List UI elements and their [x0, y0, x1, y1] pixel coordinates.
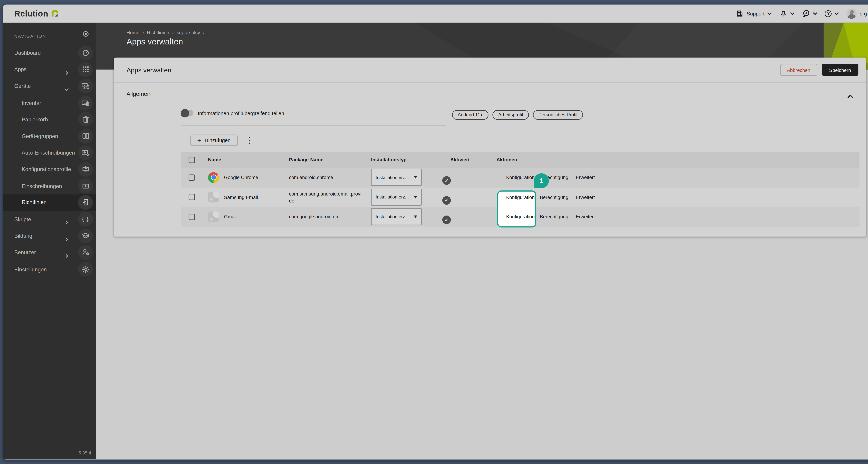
package-name: com.google.android.gm — [289, 213, 362, 220]
install-type-select[interactable]: Installation erz... — [371, 189, 422, 206]
column-aktionen: Aktionen — [496, 157, 860, 162]
chip-android11: Android 11+ — [452, 110, 489, 120]
install-type-select[interactable]: Installation erz... — [371, 169, 422, 186]
user-menu[interactable]: srg rltn — [847, 8, 868, 19]
relution-logo-icon — [51, 9, 59, 18]
more-options-kebab-icon[interactable] — [248, 135, 252, 145]
breadcrumb-policy[interactable]: srg.ae.plcy — [177, 30, 200, 35]
platform-chips: Android 11+ Arbeitsprofil Persönliches P… — [452, 110, 583, 120]
user-name: srg rltn — [860, 10, 868, 16]
bell-icon — [779, 9, 787, 18]
support-menu[interactable]: Support — [736, 9, 772, 18]
sidebar: NAVIGATION Dashboard Apps — [3, 23, 96, 459]
card-header: Apps verwalten Abbrechen Speichern — [114, 58, 866, 83]
device-groups-icon — [78, 128, 93, 143]
section-header: Allgemein — [127, 91, 854, 97]
sidebar-item-papierkorb[interactable]: Papierkorb — [3, 111, 96, 128]
collapse-chevron-up-icon[interactable] — [847, 91, 854, 97]
record-icon[interactable] — [78, 26, 93, 41]
chevron-right-icon — [64, 234, 69, 238]
sidebar-item-geraete[interactable]: Geräte — [3, 78, 96, 94]
chevron-right-icon — [64, 67, 69, 72]
card-actions: Abbrechen Speichern — [780, 64, 858, 76]
add-app-label: Hinzufügen — [205, 137, 231, 143]
main-content: Home › Richtlinien › srg.ae.plcy › Apps … — [96, 23, 868, 459]
user-settings-icon — [78, 245, 93, 260]
package-name: com.android.chrome — [289, 174, 362, 181]
chevron-down-icon — [813, 11, 817, 16]
samsung-email-app-icon — [208, 192, 219, 203]
app-version: 5.35.4 — [79, 451, 91, 456]
row-checkbox[interactable] — [189, 194, 195, 200]
annotation-badge: 1 — [534, 173, 549, 188]
caret-down-icon — [414, 196, 417, 198]
compass-bubble-icon — [802, 9, 810, 18]
sidebar-item-skripte[interactable]: Skripte — [3, 211, 96, 227]
caret-down-icon — [414, 176, 417, 179]
install-type-select[interactable]: Installation erz... — [371, 208, 422, 225]
erweitert-link[interactable]: Erweitert — [576, 194, 595, 200]
sidebar-item-auto-einschreibungen[interactable]: Auto-Einschreibungen — [3, 144, 96, 161]
row-checkbox[interactable] — [189, 174, 195, 181]
auto-enrollment-icon — [78, 145, 93, 160]
devices-star-icon — [78, 79, 93, 93]
app-name: Google Chrome — [224, 175, 258, 180]
column-installationstyp: Installationstyp — [371, 157, 450, 162]
topbar-actions: Support — [736, 8, 868, 19]
konfiguration-link[interactable]: Konfiguration — [506, 194, 534, 200]
sidebar-item-geraetegruppen[interactable]: Gerätegruppen — [3, 128, 96, 144]
sidebar-item-apps[interactable]: Apps — [3, 61, 96, 78]
konfiguration-link[interactable]: Konfiguration — [506, 214, 534, 220]
sidebar-item-einschreibungen[interactable]: Einschreibungen — [3, 178, 96, 194]
policies-icon — [78, 195, 93, 210]
share-info-toggle[interactable] — [181, 110, 193, 116]
sidebar-item-konfigurationsprofile[interactable]: Konfigurationsprofile — [3, 161, 96, 178]
news-menu[interactable] — [802, 9, 818, 18]
dashboard-icon — [78, 45, 93, 60]
konfiguration-link[interactable]: Konfiguration — [506, 175, 534, 180]
education-icon — [78, 228, 93, 243]
berechtigung-link[interactable]: Berechtigung — [540, 194, 568, 200]
support-label: Support — [747, 10, 765, 16]
relution-logo[interactable]: Relution — [14, 9, 59, 18]
notifications-menu[interactable] — [779, 9, 795, 18]
topbar: Relution — [3, 4, 868, 23]
organization-icon — [736, 9, 744, 18]
breadcrumb-home[interactable]: Home — [127, 30, 140, 35]
chip-arbeitsprofil: Arbeitsprofil — [493, 110, 529, 120]
share-info-row: Informationen profilübergreifend teilen … — [114, 110, 866, 120]
sidebar-item-dashboard[interactable]: Dashboard — [3, 44, 96, 61]
sidebar-item-inventar[interactable]: Inventar — [3, 94, 96, 111]
page-title: Apps verwalten — [127, 37, 183, 46]
cancel-button[interactable]: Abbrechen — [780, 64, 817, 76]
chevron-down-icon — [790, 11, 795, 16]
chevron-down-icon — [768, 11, 772, 16]
chevron-down-icon — [835, 11, 839, 16]
erweitert-link[interactable]: Erweitert — [576, 214, 595, 220]
sidebar-item-benutzer[interactable]: Benutzer — [3, 244, 96, 261]
save-button[interactable]: Speichern — [822, 64, 858, 76]
config-profiles-icon — [78, 162, 93, 177]
apps-verwalten-card: Apps verwalten Abbrechen Speichern Allge… — [114, 58, 866, 237]
select-all-checkbox[interactable] — [189, 156, 195, 163]
sidebar-item-richtlinien[interactable]: Richtlinien — [3, 194, 96, 211]
add-app-button[interactable]: + Hinzufügen — [190, 134, 238, 146]
row-checkbox[interactable] — [189, 214, 195, 220]
erweitert-link[interactable]: Erweitert — [576, 175, 595, 180]
column-package: Package-Name — [289, 157, 371, 162]
sidebar-item-einstellungen[interactable]: Einstellungen — [3, 261, 96, 278]
apps-table: Name Package-Name Installationstyp Aktiv… — [181, 152, 860, 227]
table-header-row: Name Package-Name Installationstyp Aktiv… — [181, 152, 860, 167]
scripts-icon — [78, 212, 93, 227]
app-name: Samsung Email — [224, 194, 258, 200]
toggle-knob-check-icon — [442, 196, 451, 205]
gmail-app-icon — [208, 212, 219, 222]
screen: Relution — [0, 0, 868, 464]
sidebar-item-bildung[interactable]: Bildung — [3, 227, 96, 244]
enrollment-icon — [78, 179, 93, 193]
app-name: Gmail — [224, 214, 237, 220]
inventory-icon — [78, 95, 93, 110]
breadcrumb-richtlinien[interactable]: Richtlinien — [147, 30, 169, 35]
berechtigung-link[interactable]: Berechtigung — [540, 214, 568, 220]
help-menu[interactable] — [825, 10, 839, 17]
